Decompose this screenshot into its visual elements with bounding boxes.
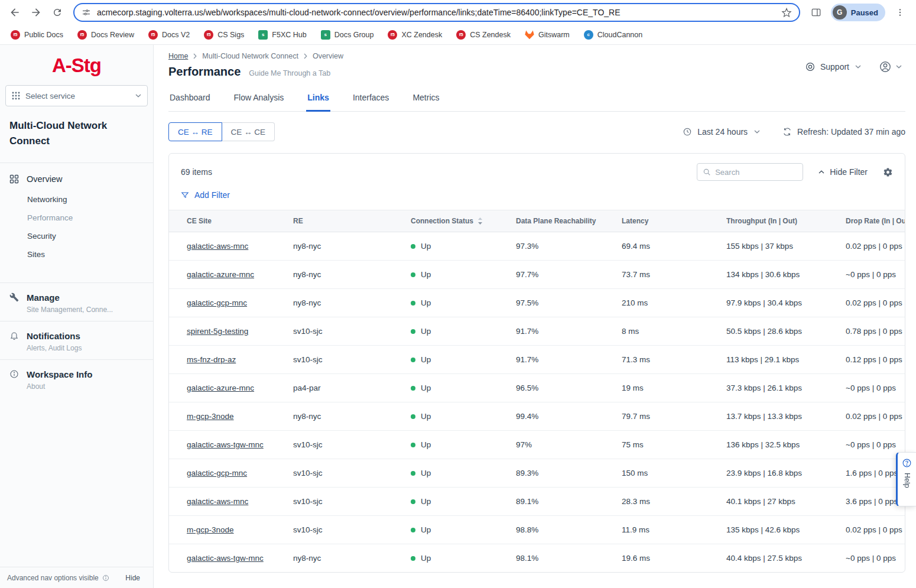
links-table: CE Site RE Connection Status Data Plane …	[169, 210, 905, 573]
reachability-cell: 89.3%	[516, 469, 622, 477]
chevron-down-icon	[896, 65, 902, 69]
bookmark-item[interactable]: f5 Public Docs	[11, 30, 63, 40]
drop-rate-cell: 0.12 pps | 0 pps	[846, 355, 905, 364]
throughput-cell: 155 kbps | 37 kbps	[726, 242, 846, 251]
throughput-cell: 13.7 kbps | 13.3 kbps	[726, 412, 846, 421]
add-filter-button[interactable]: Add Filter	[181, 190, 230, 200]
service-selector[interactable]: Select service	[5, 85, 148, 106]
time-range-selector[interactable]: Last 24 hours	[683, 127, 760, 137]
url-text: acmecorp.staging.volterra.us/web/workspa…	[97, 8, 781, 17]
bookmark-item[interactable]: f5 CS Sigs	[204, 30, 244, 40]
bookmark-item[interactable]: s Docs Group	[321, 30, 374, 40]
hide-nav-link[interactable]: Hide	[125, 574, 140, 582]
re-cell: ny8-nyc	[293, 554, 411, 563]
address-bar[interactable]: acmecorp.staging.volterra.us/web/workspa…	[73, 3, 800, 22]
sidebar-item-workspace-info[interactable]: Workspace Info About	[0, 359, 153, 398]
breadcrumb-workspace[interactable]: Multi-Cloud Network Connect	[202, 52, 298, 60]
drop-rate-cell: ~0 pps | 0 pps	[846, 384, 905, 392]
status-text: Up	[421, 327, 431, 336]
bookmark-label: XC Zendesk	[401, 31, 442, 39]
throughput-cell: 40.1 kbps | 27 kbps	[726, 497, 846, 506]
account-menu[interactable]	[879, 60, 902, 73]
breadcrumb-home[interactable]: Home	[168, 52, 188, 60]
sidebar-item-overview[interactable]: Overview	[0, 168, 153, 190]
search-input[interactable]	[715, 168, 797, 177]
tab-dashboard[interactable]: Dashboard	[168, 93, 212, 111]
ce-site-link[interactable]: galactic-gcp-mnc	[187, 298, 247, 307]
status-text: Up	[421, 270, 431, 279]
bookmark-item[interactable]: c CloudCannon	[584, 30, 642, 40]
help-tab[interactable]: Help	[896, 452, 916, 506]
bookmark-star-icon[interactable]	[781, 7, 792, 18]
bookmark-item[interactable]: Gitswarm	[525, 30, 570, 40]
connection-status-cell: Up	[411, 497, 516, 506]
bookmark-item[interactable]: f5 Docs Review	[77, 30, 134, 40]
tab-flow-analysis[interactable]: Flow Analysis	[233, 93, 285, 111]
sidebar-item-sites[interactable]: Sites	[0, 245, 153, 264]
sort-icon[interactable]	[478, 217, 483, 225]
ce-site-link[interactable]: m-gcp-3node	[187, 412, 234, 421]
support-menu[interactable]: Support	[805, 61, 861, 72]
refresh-label: Refresh: Updated 37 min ago	[797, 127, 905, 137]
bookmark-favicon: f5	[388, 30, 397, 40]
tab-interfaces[interactable]: Interfaces	[352, 93, 390, 111]
side-panel-icon[interactable]	[806, 2, 826, 22]
ce-site-link[interactable]: galactic-azure-mnc	[187, 384, 254, 392]
bookmark-label: Docs V2	[162, 31, 190, 39]
connection-status-cell: Up	[411, 525, 516, 534]
bookmark-label: Docs Review	[91, 31, 134, 39]
ce-site-link[interactable]: galactic-aws-tgw-mnc	[187, 440, 264, 449]
tab-metrics[interactable]: Metrics	[411, 93, 440, 111]
guide-me-link[interactable]: Guide Me Through a Tab	[249, 69, 330, 77]
refresh-control[interactable]: Refresh: Updated 37 min ago	[782, 127, 905, 137]
apps-grid-icon	[12, 92, 20, 100]
ce-site-link[interactable]: ms-fnz-drp-az	[187, 355, 236, 364]
bookmark-item[interactable]: s F5XC Hub	[258, 30, 306, 40]
toggle-ce-ce[interactable]: CE ↔ CE	[222, 122, 275, 141]
sidebar-item-networking[interactable]: Networking	[0, 190, 153, 209]
bookmark-item[interactable]: f5 Docs V2	[148, 30, 190, 40]
toggle-ce-re[interactable]: CE ↔ RE	[168, 122, 222, 141]
re-cell: ny8-nyc	[293, 270, 411, 279]
bookmark-item[interactable]: f5 CS Zendesk	[456, 30, 511, 40]
bookmark-favicon: s	[258, 30, 268, 40]
status-text: Up	[421, 242, 431, 251]
ce-site-link[interactable]: galactic-aws-mnc	[187, 497, 248, 506]
tab-links[interactable]: Links	[306, 93, 330, 112]
bookmark-favicon: f5	[204, 30, 213, 40]
ce-site-link[interactable]: m-gcp-3node	[187, 525, 234, 534]
sidebar-item-manage[interactable]: Manage Site Management, Conne...	[0, 282, 153, 321]
gear-icon[interactable]	[883, 167, 893, 177]
col-connection-status[interactable]: Connection Status	[411, 217, 516, 225]
forward-button[interactable]	[26, 2, 46, 22]
hide-filter-button[interactable]: Hide Filter	[818, 167, 868, 177]
connection-status-cell: Up	[411, 440, 516, 449]
status-up-dot	[411, 329, 415, 334]
table-row: m-gcp-3node ny8-nyc Up 99.4% 79.7 ms 13.…	[169, 402, 905, 431]
refresh-icon	[782, 127, 792, 137]
reachability-cell: 97%	[516, 440, 622, 449]
info-icon	[9, 369, 19, 379]
sidebar-item-notifications[interactable]: Notifications Alerts, Audit Logs	[0, 321, 153, 359]
ce-site-link[interactable]: galactic-azure-mnc	[187, 270, 254, 279]
back-button[interactable]	[5, 2, 25, 22]
re-cell: sv10-sjc	[293, 440, 411, 449]
ce-site-link[interactable]: galactic-gcp-mnc	[187, 469, 247, 477]
sidebar-item-security[interactable]: Security	[0, 227, 153, 245]
throughput-cell: 50.5 kbps | 28.6 kbps	[726, 327, 846, 336]
chevron-down-icon	[135, 94, 141, 98]
bookmark-favicon: f5	[148, 30, 158, 40]
reload-button[interactable]	[47, 2, 67, 22]
ce-site-link[interactable]: galactic-aws-tgw-mnc	[187, 554, 264, 563]
sidebar-item-performance[interactable]: Performance	[0, 209, 153, 227]
menu-kebab-icon[interactable]	[890, 2, 910, 22]
bookmark-item[interactable]: f5 XC Zendesk	[388, 30, 442, 40]
bookmark-favicon: s	[321, 30, 330, 40]
site-settings-icon[interactable]	[82, 8, 91, 17]
status-text: Up	[421, 469, 431, 477]
table-row: galactic-azure-mnc ny8-nyc Up 97.7% 73.7…	[169, 261, 905, 289]
reachability-cell: 97.5%	[516, 298, 622, 307]
ce-site-link[interactable]: galactic-aws-mnc	[187, 242, 248, 251]
profile-chip[interactable]: G Paused	[831, 4, 885, 21]
ce-site-link[interactable]: spirent-5g-testing	[187, 327, 248, 336]
